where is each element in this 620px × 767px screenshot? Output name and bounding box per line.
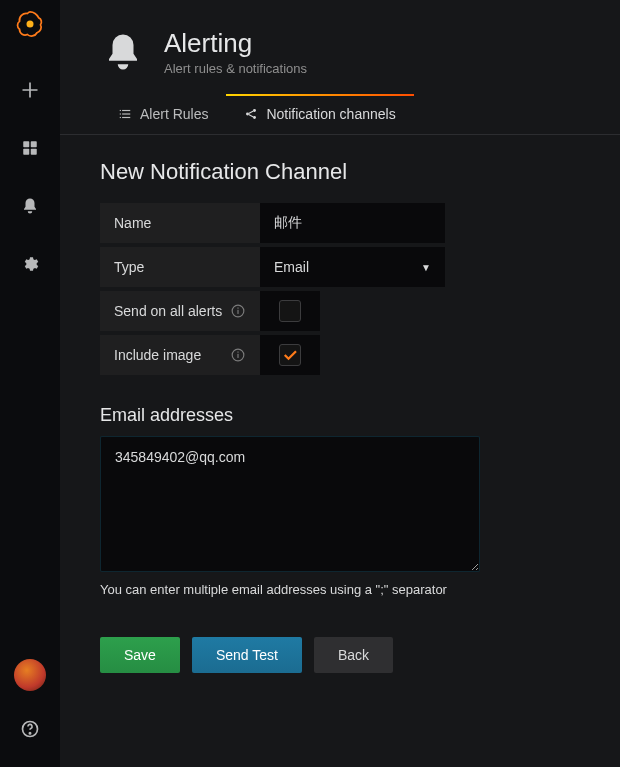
svg-rect-7 xyxy=(120,110,121,111)
label-include-image: Include image xyxy=(100,335,260,375)
svg-rect-17 xyxy=(237,310,238,314)
tab-notification-channels[interactable]: Notification channels xyxy=(226,94,413,134)
tab-alert-rules[interactable]: Alert Rules xyxy=(100,94,226,134)
label-name: Name xyxy=(100,203,260,243)
row-include-image: Include image xyxy=(100,335,580,375)
page-header: Alerting Alert rules & notifications xyxy=(60,0,620,94)
save-button[interactable]: Save xyxy=(100,637,180,673)
svg-rect-2 xyxy=(31,141,37,147)
header-bell-icon xyxy=(100,29,146,75)
tabs: Alert Rules Notification channels xyxy=(60,94,620,135)
label-send-all: Send on all alerts xyxy=(100,291,260,331)
chevron-down-icon: ▼ xyxy=(421,262,431,273)
svg-rect-1 xyxy=(23,141,29,147)
share-icon xyxy=(244,107,258,121)
svg-point-0 xyxy=(27,21,34,28)
svg-rect-20 xyxy=(237,354,238,358)
send-all-checkbox[interactable] xyxy=(279,300,301,322)
svg-rect-12 xyxy=(122,117,130,118)
name-input[interactable] xyxy=(260,203,445,243)
svg-rect-4 xyxy=(31,149,37,155)
svg-rect-21 xyxy=(237,352,238,353)
back-button[interactable]: Back xyxy=(314,637,393,673)
svg-rect-9 xyxy=(120,113,121,114)
nav-dashboards-icon[interactable] xyxy=(10,128,50,168)
content: New Notification Channel Name Type Email xyxy=(60,135,620,697)
list-icon xyxy=(118,107,132,121)
user-avatar[interactable] xyxy=(14,659,46,691)
send-test-button[interactable]: Send Test xyxy=(192,637,302,673)
page-title: Alerting xyxy=(164,28,307,59)
info-icon[interactable] xyxy=(230,347,246,363)
row-type: Type Email ▼ xyxy=(100,247,580,287)
label-type: Type xyxy=(100,247,260,287)
email-section-label: Email addresses xyxy=(100,405,580,426)
type-value: Email xyxy=(274,259,309,275)
svg-rect-18 xyxy=(237,308,238,309)
row-send-all: Send on all alerts xyxy=(100,291,580,331)
email-hint: You can enter multiple email addresses u… xyxy=(100,582,580,597)
svg-rect-11 xyxy=(120,117,121,118)
email-addresses-input[interactable] xyxy=(100,436,480,572)
svg-rect-8 xyxy=(122,110,130,111)
sidebar xyxy=(0,0,60,767)
row-name: Name xyxy=(100,203,580,243)
type-select[interactable]: Email ▼ xyxy=(260,247,445,287)
include-image-checkbox[interactable] xyxy=(279,344,301,366)
tab-label: Alert Rules xyxy=(140,106,208,122)
svg-rect-3 xyxy=(23,149,29,155)
page-subtitle: Alert rules & notifications xyxy=(164,61,307,76)
tab-label: Notification channels xyxy=(266,106,395,122)
main: Alerting Alert rules & notifications Ale… xyxy=(60,0,620,767)
grafana-logo[interactable] xyxy=(16,10,44,38)
nav-alerting-icon[interactable] xyxy=(10,186,50,226)
section-heading: New Notification Channel xyxy=(100,159,580,185)
nav-help-icon[interactable] xyxy=(10,709,50,749)
nav-settings-icon[interactable] xyxy=(10,244,50,284)
nav-create-icon[interactable] xyxy=(10,70,50,110)
info-icon[interactable] xyxy=(230,303,246,319)
svg-rect-10 xyxy=(122,113,130,114)
svg-point-6 xyxy=(29,733,30,734)
button-row: Save Send Test Back xyxy=(100,637,580,673)
